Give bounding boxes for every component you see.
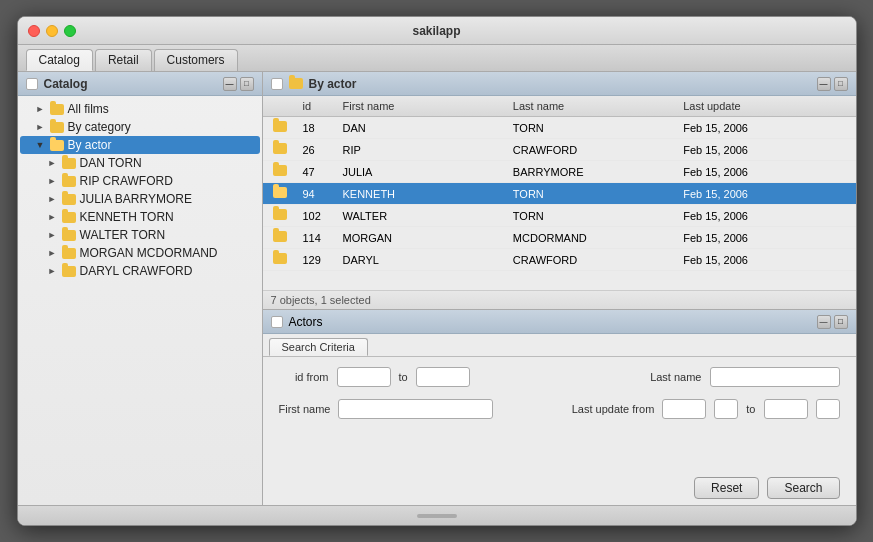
sidebar-item-dan-torn[interactable]: ► DAN TORN [20, 154, 260, 172]
folder-icon-all-films [50, 104, 64, 115]
table-row[interactable]: 18 DAN TORN Feb 15, 2006 [263, 117, 856, 139]
disclosure-daryl-crawford: ► [48, 266, 58, 276]
statusbar [18, 505, 856, 525]
sidebar-label-daryl-crawford: DARYL CRAWFORD [80, 264, 193, 278]
maximize-button[interactable] [64, 25, 76, 37]
right-panel: By actor — □ id First name Last name Las… [263, 72, 856, 505]
table-row-selected[interactable]: 94 KENNETH TORN Feb 15, 2006 [263, 183, 856, 205]
sidebar-item-by-actor[interactable]: ▼ By actor [20, 136, 260, 154]
col-header-first-name[interactable]: First name [339, 98, 509, 114]
actors-panel-minimize-btn[interactable]: — [817, 315, 831, 329]
minimize-button[interactable] [46, 25, 58, 37]
row-icon [269, 163, 299, 180]
sidebar-item-by-category[interactable]: ► By category [20, 118, 260, 136]
table-row[interactable]: 47 JULIA BARRYMORE Feb 15, 2006 [263, 161, 856, 183]
sidebar-item-walter-torn[interactable]: ► WALTER TORN [20, 226, 260, 244]
actors-panel-expand-btn[interactable]: □ [834, 315, 848, 329]
col-header-id[interactable]: id [299, 98, 339, 114]
last-update-to-mm-input[interactable] [816, 399, 840, 419]
table-panel-checkbox[interactable] [271, 78, 283, 90]
table-body: 18 DAN TORN Feb 15, 2006 26 RIP CRAWFORD… [263, 117, 856, 290]
sidebar-label-julia-barrymore: JULIA BARRYMORE [80, 192, 192, 206]
folder-icon-daryl-crawford [62, 266, 76, 277]
row-first-name: DARYL [339, 252, 509, 268]
row-last-name: MCDORMAND [509, 230, 679, 246]
sidebar-label-kenneth-torn: KENNETH TORN [80, 210, 174, 224]
row-first-name: MORGAN [339, 230, 509, 246]
folder-icon-kenneth-torn [62, 212, 76, 223]
id-to-label: to [399, 371, 408, 383]
titlebar: sakilapp [18, 17, 856, 45]
disclosure-rip-crawford: ► [48, 176, 58, 186]
sidebar-label-by-actor: By actor [68, 138, 112, 152]
folder-icon-by-actor [50, 140, 64, 151]
table-panel-header-right: — □ [817, 77, 848, 91]
folder-icon-julia-barrymore [62, 194, 76, 205]
row-last-name: TORN [509, 208, 679, 224]
id-from-input[interactable] [337, 367, 391, 387]
id-to-input[interactable] [416, 367, 470, 387]
sidebar: Catalog — □ ► All films ► By category [18, 72, 263, 505]
sidebar-item-morgan-mcdormand[interactable]: ► MORGAN MCDORMAND [20, 244, 260, 262]
actors-panel-checkbox[interactable] [271, 316, 283, 328]
row-icon [269, 251, 299, 268]
table-row[interactable]: 102 WALTER TORN Feb 15, 2006 [263, 205, 856, 227]
sidebar-item-rip-crawford[interactable]: ► RIP CRAWFORD [20, 172, 260, 190]
last-update-to-label: to [746, 403, 755, 415]
last-update-from-input[interactable] [662, 399, 706, 419]
sidebar-header: Catalog — □ [18, 72, 262, 96]
row-last-update: Feb 15, 2006 [679, 186, 849, 202]
sidebar-item-kenneth-torn[interactable]: ► KENNETH TORN [20, 208, 260, 226]
tab-customers[interactable]: Customers [154, 49, 238, 71]
table-row[interactable]: 114 MORGAN MCDORMAND Feb 15, 2006 [263, 227, 856, 249]
table-panel-expand-btn[interactable]: □ [834, 77, 848, 91]
last-update-to-input[interactable] [764, 399, 808, 419]
row-id: 102 [299, 208, 339, 224]
disclosure-walter-torn: ► [48, 230, 58, 240]
col-header-last-update[interactable]: Last update [679, 98, 849, 114]
table-panel-header: By actor — □ [263, 72, 856, 96]
last-name-label: Last name [637, 371, 702, 383]
sidebar-minimize-btn[interactable]: — [223, 77, 237, 91]
form-row-id: id from to Last name [279, 367, 840, 387]
tab-search-criteria[interactable]: Search Criteria [269, 338, 368, 356]
row-last-name: BARRYMORE [509, 164, 679, 180]
search-button[interactable]: Search [767, 477, 839, 499]
row-first-name: WALTER [339, 208, 509, 224]
tab-catalog[interactable]: Catalog [26, 49, 93, 71]
sidebar-item-daryl-crawford[interactable]: ► DARYL CRAWFORD [20, 262, 260, 280]
row-last-update: Feb 15, 2006 [679, 208, 849, 224]
window-title: sakilapp [18, 24, 856, 38]
row-last-name: TORN [509, 186, 679, 202]
disclosure-by-actor: ▼ [36, 140, 46, 150]
traffic-lights [28, 25, 76, 37]
sidebar-label-morgan-mcdormand: MORGAN MCDORMAND [80, 246, 218, 260]
row-last-name: CRAWFORD [509, 252, 679, 268]
table-status: 7 objects, 1 selected [263, 290, 856, 309]
first-name-input[interactable] [338, 399, 493, 419]
last-update-from-mm-input[interactable] [714, 399, 738, 419]
row-last-update: Feb 15, 2006 [679, 252, 849, 268]
row-id: 94 [299, 186, 339, 202]
sidebar-expand-btn[interactable]: □ [240, 77, 254, 91]
col-header-last-name[interactable]: Last name [509, 98, 679, 114]
close-button[interactable] [28, 25, 40, 37]
last-name-input[interactable] [710, 367, 840, 387]
tab-retail[interactable]: Retail [95, 49, 152, 71]
row-first-name: RIP [339, 142, 509, 158]
row-last-update: Feb 15, 2006 [679, 164, 849, 180]
disclosure-morgan-mcdormand: ► [48, 248, 58, 258]
row-last-update: Feb 15, 2006 [679, 120, 849, 136]
table-row[interactable]: 26 RIP CRAWFORD Feb 15, 2006 [263, 139, 856, 161]
form-actions: Reset Search [263, 471, 856, 505]
sidebar-checkbox[interactable] [26, 78, 38, 90]
table-panel-minimize-btn[interactable]: — [817, 77, 831, 91]
sidebar-item-all-films[interactable]: ► All films [20, 100, 260, 118]
sidebar-item-julia-barrymore[interactable]: ► JULIA BARRYMORE [20, 190, 260, 208]
reset-button[interactable]: Reset [694, 477, 759, 499]
sidebar-label-by-category: By category [68, 120, 131, 134]
disclosure-all-films: ► [36, 104, 46, 114]
disclosure-by-category: ► [36, 122, 46, 132]
table-row[interactable]: 129 DARYL CRAWFORD Feb 15, 2006 [263, 249, 856, 271]
row-first-name: JULIA [339, 164, 509, 180]
